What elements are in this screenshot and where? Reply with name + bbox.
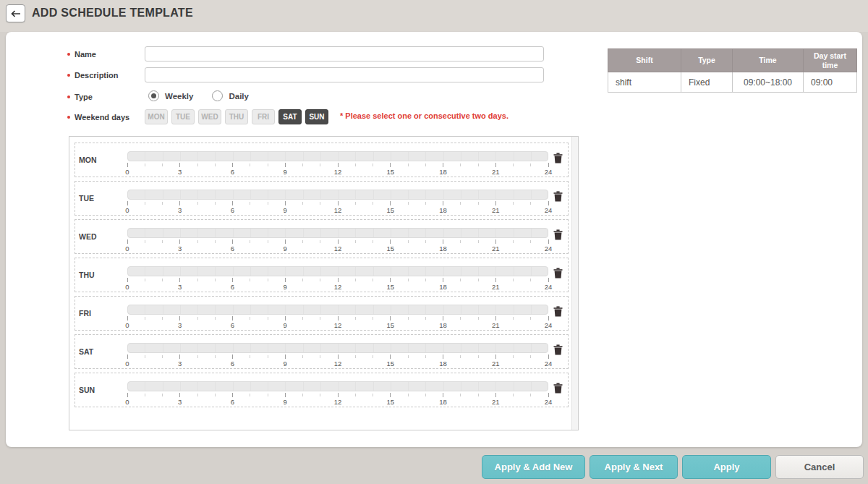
column-header-day-start-time: Day start time [804,49,857,72]
minor-tick [302,394,303,396]
major-tick [127,163,128,167]
apply-next-button[interactable]: Apply & Next [590,455,678,479]
schedule-row-wed: WED03691215182124 [75,219,569,254]
minor-tick [250,317,250,320]
weekend-day-wed[interactable]: WED [198,109,221,124]
weekend-day-thu[interactable]: THU [225,109,248,124]
delete-day-schedule-button[interactable] [551,266,564,279]
scrollbar[interactable] [571,137,578,430]
radio-weekly[interactable]: Weekly [148,90,193,101]
minor-tick [408,317,409,320]
minor-tick [197,317,198,320]
major-tick [443,239,443,244]
name-input[interactable] [145,46,544,61]
day-label: FRI [79,309,91,318]
weekend-day-tue[interactable]: TUE [171,109,195,124]
day-label: SUN [79,386,95,394]
delete-day-schedule-button[interactable] [551,343,564,356]
radio-daily[interactable]: Daily [212,90,249,101]
time-bar[interactable] [127,228,548,238]
apply-add-new-button[interactable]: Apply & Add New [482,455,585,479]
minor-tick [425,202,426,205]
time-bar[interactable] [127,266,548,276]
major-tick [232,201,233,205]
minor-tick [215,240,216,243]
cancel-button[interactable]: Cancel [775,455,864,479]
major-tick [338,354,339,359]
tick-label: 0 [119,206,135,214]
time-bar[interactable] [127,381,548,391]
minor-tick [425,240,426,243]
weekend-day-fri[interactable]: FRI [252,109,275,124]
minor-tick [302,164,303,166]
schedule-row-thu: THU03691215182124 [75,258,569,292]
tick-label: 18 [435,206,451,214]
minor-tick [162,279,163,281]
major-tick [338,201,339,205]
minor-tick [320,279,320,281]
tick-label: 3 [172,321,188,329]
tick-label: 12 [330,168,346,176]
minor-tick [530,202,531,205]
radio-label: Daily [229,92,249,101]
trash-icon [553,383,563,394]
tick-label: 9 [277,245,293,252]
time-bar[interactable] [127,343,548,353]
shift-table-row[interactable]: shiftFixed09:00~18:0009:00 [608,72,857,93]
minor-tick [373,355,373,358]
weekend-day-sun[interactable]: SUN [305,109,328,124]
schedule-row-sun: SUN03691215182124 [75,373,569,407]
back-button[interactable] [6,4,25,22]
day-label: TUE [79,194,94,203]
delete-day-schedule-button[interactable] [551,151,564,164]
major-tick [232,354,233,359]
major-tick [390,316,391,320]
minor-tick [373,279,373,281]
minor-tick [408,240,409,243]
tick-label: 12 [330,321,346,329]
tick-label: 18 [435,245,451,252]
radio-circle-icon [148,90,159,101]
minor-tick [513,202,514,205]
tick-label: 21 [488,360,503,368]
tick-label: 3 [172,360,188,368]
apply-button[interactable]: Apply [682,455,771,479]
tick-label: 18 [435,321,451,329]
delete-day-schedule-button[interactable] [551,190,564,203]
day-label: THU [79,271,95,279]
minor-tick [215,164,216,166]
shift-table-header-row: ShiftTypeTimeDay start time [608,49,857,72]
minor-tick [460,394,461,396]
minor-tick [268,317,268,320]
minor-tick [268,164,268,166]
tick-label: 9 [277,206,293,214]
arrow-left-icon [11,10,21,17]
time-bar[interactable] [127,305,548,315]
minor-tick [425,317,426,320]
delete-day-schedule-button[interactable] [551,305,564,318]
weekend-day-mon[interactable]: MON [145,109,168,124]
tick-label: 24 [540,321,556,329]
minor-tick [320,355,320,358]
description-input[interactable] [145,67,544,82]
weekend-day-sat[interactable]: SAT [278,109,302,124]
minor-tick [373,202,373,205]
tick-label: 3 [172,168,188,176]
tick-label: 9 [277,321,293,329]
tick-label: 12 [330,398,346,406]
delete-day-schedule-button[interactable] [551,228,564,241]
minor-tick [530,394,531,396]
major-tick [127,201,128,205]
type-label: Type [67,91,93,102]
major-tick [285,201,286,205]
major-tick [338,239,339,244]
major-tick [179,278,180,282]
delete-day-schedule-button[interactable] [551,381,564,394]
time-bar[interactable] [127,151,548,161]
time-bar[interactable] [127,190,548,200]
minor-tick [320,317,320,320]
minor-tick [513,279,514,281]
tick-label: 12 [330,360,346,368]
major-tick [390,354,391,359]
minor-tick [250,164,250,166]
